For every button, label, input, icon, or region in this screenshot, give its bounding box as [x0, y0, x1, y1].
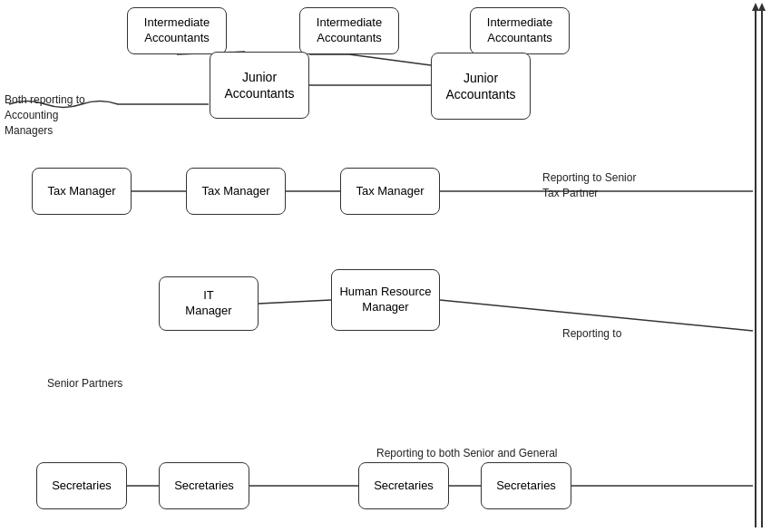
reporting-both-label: Reporting to both Senior and General: [376, 446, 603, 461]
intermediate-accountants-1: IntermediateAccountants: [127, 7, 227, 54]
junior-accountants-2: JuniorAccountants: [431, 53, 531, 120]
svg-marker-17: [758, 3, 766, 11]
it-manager: ITManager: [159, 276, 259, 331]
diagram: IntermediateAccountants IntermediateAcco…: [0, 0, 771, 532]
reporting-accounting-label: Both reporting to AccountingManagers: [5, 92, 127, 138]
secretaries-3: Secretaries: [358, 462, 449, 509]
intermediate-accountants-2: IntermediateAccountants: [299, 7, 399, 54]
reporting-to-label: Reporting to: [562, 326, 671, 342]
junior-accountants-1: JuniorAccountants: [210, 52, 309, 119]
tax-manager-2: Tax Manager: [186, 168, 286, 215]
secretaries-2: Secretaries: [159, 462, 249, 509]
senior-partners-label: Senior Partners: [47, 376, 192, 392]
secretaries-4: Secretaries: [481, 462, 571, 509]
secretaries-1: Secretaries: [36, 462, 127, 509]
svg-marker-16: [752, 3, 759, 11]
intermediate-accountants-3: IntermediateAccountants: [470, 7, 570, 54]
tax-manager-3: Tax Manager: [340, 168, 440, 215]
human-resource-manager: Human ResourceManager: [331, 269, 440, 331]
tax-manager-1: Tax Manager: [32, 168, 132, 215]
svg-line-8: [259, 300, 331, 304]
reporting-tax-label: Reporting to SeniorTax Partner: [542, 170, 669, 201]
svg-line-2: [349, 54, 431, 65]
